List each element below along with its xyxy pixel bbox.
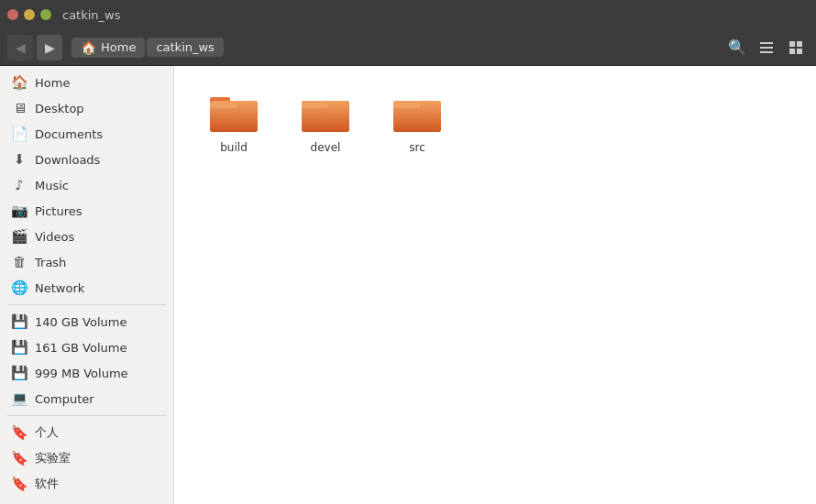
search-button[interactable]: 🔍 xyxy=(724,35,750,60)
sidebar-label-vol140: 140 GB Volume xyxy=(35,315,127,329)
file-grid: build devel xyxy=(193,84,798,161)
videos-icon: 🎬 xyxy=(11,228,28,245)
sidebar-label-vol999: 999 MB Volume xyxy=(35,367,128,380)
svg-rect-2 xyxy=(760,51,773,53)
svg-rect-0 xyxy=(760,42,773,44)
sidebar-item-vol999[interactable]: 💾 999 MB Volume xyxy=(0,360,173,386)
close-button[interactable] xyxy=(7,9,18,20)
sidebar-label-software: 软件 xyxy=(35,476,59,492)
sidebar-label-downloads: Downloads xyxy=(35,153,100,167)
svg-rect-3 xyxy=(789,41,795,47)
sidebar-item-videos[interactable]: 🎬 Videos xyxy=(0,224,173,249)
computer-icon: 💻 xyxy=(11,390,28,407)
sidebar-item-trash[interactable]: 🗑 Trash xyxy=(0,249,173,275)
breadcrumb-catkin-ws-label: catkin_ws xyxy=(156,40,215,54)
sidebar-label-trash: Trash xyxy=(35,256,66,269)
music-icon: ♪ xyxy=(11,177,28,193)
trash-icon: 🗑 xyxy=(11,254,28,270)
svg-rect-4 xyxy=(797,41,802,47)
folder-devel[interactable]: devel xyxy=(284,84,367,161)
titlebar: catkin_ws xyxy=(0,0,816,29)
sidebar-item-desktop[interactable]: 🖥 Desktop xyxy=(0,95,173,121)
bookmark-icon-3: 🔖 xyxy=(11,476,28,492)
sidebar-separator-1 xyxy=(7,304,166,305)
sidebar: 🏠 Home 🖥 Desktop 📄 Documents ⬇ Downloads… xyxy=(0,66,174,504)
desktop-icon: 🖥 xyxy=(11,100,28,116)
breadcrumb-catkin-ws[interactable]: catkin_ws xyxy=(147,38,224,57)
forward-button[interactable]: ▶ xyxy=(37,35,62,60)
sidebar-label-music: Music xyxy=(35,179,69,192)
sidebar-item-network[interactable]: 🌐 Network xyxy=(0,275,173,301)
sidebar-separator-2 xyxy=(7,415,166,416)
sidebar-item-vol161[interactable]: 💾 161 GB Volume xyxy=(0,334,173,360)
breadcrumb-home[interactable]: 🏠 Home xyxy=(72,38,145,58)
svg-rect-1 xyxy=(760,47,773,49)
maximize-button[interactable] xyxy=(40,9,51,20)
content-area: build devel xyxy=(174,66,816,504)
sidebar-item-documents[interactable]: 📄 Documents xyxy=(0,121,173,147)
sidebar-label-documents: Documents xyxy=(35,127,103,141)
sidebar-item-home[interactable]: 🏠 Home xyxy=(0,70,173,95)
sidebar-item-music[interactable]: ♪ Music xyxy=(0,172,173,198)
window-title: catkin_ws xyxy=(62,8,121,22)
volume-icon-3: 💾 xyxy=(11,365,28,381)
grid-view-button[interactable] xyxy=(783,35,809,60)
toolbar-actions: 🔍 xyxy=(724,35,809,60)
network-icon: 🌐 xyxy=(11,279,28,296)
folder-build-label: build xyxy=(220,141,248,154)
pictures-icon: 📷 xyxy=(11,203,28,219)
sidebar-item-downloads[interactable]: ⬇ Downloads xyxy=(0,147,173,172)
main-layout: 🏠 Home 🖥 Desktop 📄 Documents ⬇ Downloads… xyxy=(0,66,816,504)
sidebar-label-desktop: Desktop xyxy=(35,102,84,115)
list-view-button[interactable] xyxy=(754,35,779,60)
sidebar-item-computer[interactable]: 💻 Computer xyxy=(0,386,173,411)
bookmark-icon-2: 🔖 xyxy=(11,450,28,466)
sidebar-label-vol161: 161 GB Volume xyxy=(35,341,127,355)
sidebar-label-lab: 实验室 xyxy=(35,450,71,466)
sidebar-label-computer: Computer xyxy=(35,392,94,406)
toolbar: ◀ ▶ 🏠 Home catkin_ws 🔍 xyxy=(0,29,816,66)
back-button[interactable]: ◀ xyxy=(7,35,33,60)
sidebar-label-videos: Videos xyxy=(35,230,74,244)
bookmark-icon-1: 🔖 xyxy=(11,424,28,441)
home-icon: 🏠 xyxy=(11,74,28,91)
sidebar-item-personal[interactable]: 🔖 个人 xyxy=(0,420,173,445)
breadcrumb-home-label: Home xyxy=(101,40,136,54)
home-icon: 🏠 xyxy=(81,40,96,55)
volume-icon-1: 💾 xyxy=(11,313,28,330)
sidebar-item-vol140[interactable]: 💾 140 GB Volume xyxy=(0,309,173,334)
sidebar-item-pictures[interactable]: 📷 Pictures xyxy=(0,198,173,224)
sidebar-item-software[interactable]: 🔖 软件 xyxy=(0,471,173,497)
breadcrumb-bar: 🏠 Home catkin_ws xyxy=(72,38,721,58)
volume-icon-2: 💾 xyxy=(11,339,28,356)
window-controls xyxy=(7,9,51,20)
documents-icon: 📄 xyxy=(11,126,28,142)
downloads-icon: ⬇ xyxy=(11,151,28,168)
sidebar-label-network: Network xyxy=(35,281,84,295)
sidebar-label-pictures: Pictures xyxy=(35,204,82,218)
folder-build[interactable]: build xyxy=(193,84,275,161)
sidebar-item-lab[interactable]: 🔖 实验室 xyxy=(0,445,173,471)
folder-devel-label: devel xyxy=(311,141,341,154)
sidebar-label-personal: 个人 xyxy=(35,424,59,441)
minimize-button[interactable] xyxy=(24,9,35,20)
sidebar-label-home: Home xyxy=(35,76,70,90)
folder-src-label: src xyxy=(409,141,425,154)
svg-rect-5 xyxy=(789,49,795,54)
folder-src[interactable]: src xyxy=(376,84,458,161)
svg-rect-6 xyxy=(797,49,802,54)
